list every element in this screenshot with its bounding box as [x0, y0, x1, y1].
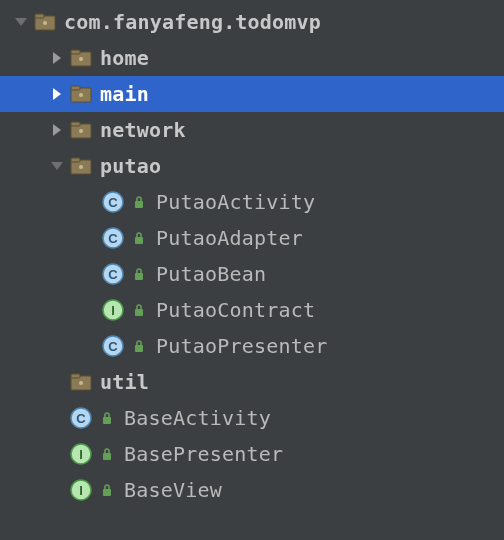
- tree-label: network: [100, 118, 186, 142]
- svg-text:C: C: [76, 411, 86, 426]
- lock-icon: [132, 195, 146, 209]
- lock-icon: [132, 231, 146, 245]
- tree-label: home: [100, 46, 149, 70]
- tree-row-network[interactable]: network: [0, 112, 504, 148]
- tree-label: com.fanyafeng.todomvp: [64, 10, 321, 34]
- svg-text:I: I: [79, 483, 83, 498]
- tree-row-file[interactable]: C PutaoActivity: [0, 184, 504, 220]
- tree-label: PutaoBean: [156, 262, 266, 286]
- tree-row-file[interactable]: I BasePresenter: [0, 436, 504, 472]
- lock-icon: [132, 303, 146, 317]
- tree-row-file[interactable]: C BaseActivity: [0, 400, 504, 436]
- package-icon: [34, 11, 56, 33]
- svg-text:C: C: [108, 339, 118, 354]
- class-icon: C: [102, 263, 124, 285]
- project-tree[interactable]: com.fanyafeng.todomvp home main network: [0, 0, 504, 508]
- lock-icon: [132, 339, 146, 353]
- tree-row-file[interactable]: I BaseView: [0, 472, 504, 508]
- tree-label: BaseActivity: [124, 406, 271, 430]
- interface-icon: I: [102, 299, 124, 321]
- tree-row-file[interactable]: C PutaoAdapter: [0, 220, 504, 256]
- tree-label: PutaoPresenter: [156, 334, 327, 358]
- lock-icon: [100, 483, 114, 497]
- tree-label: putao: [100, 154, 161, 178]
- tree-label: PutaoActivity: [156, 190, 315, 214]
- chevron-right-icon[interactable]: [50, 123, 64, 137]
- tree-row-main[interactable]: main: [0, 76, 504, 112]
- class-icon: C: [102, 227, 124, 249]
- tree-label: PutaoContract: [156, 298, 315, 322]
- lock-icon: [100, 447, 114, 461]
- tree-label: PutaoAdapter: [156, 226, 303, 250]
- tree-row-putao[interactable]: putao: [0, 148, 504, 184]
- tree-label: main: [100, 82, 149, 106]
- tree-row-file[interactable]: C PutaoPresenter: [0, 328, 504, 364]
- svg-text:C: C: [108, 231, 118, 246]
- package-icon: [70, 119, 92, 141]
- chevron-right-icon[interactable]: [50, 87, 64, 101]
- chevron-down-icon[interactable]: [50, 159, 64, 173]
- class-icon: C: [102, 191, 124, 213]
- package-icon: [70, 371, 92, 393]
- interface-icon: I: [70, 443, 92, 465]
- class-icon: C: [70, 407, 92, 429]
- svg-text:C: C: [108, 195, 118, 210]
- tree-row-file[interactable]: I PutaoContract: [0, 292, 504, 328]
- chevron-down-icon[interactable]: [14, 15, 28, 29]
- package-icon: [70, 83, 92, 105]
- svg-text:C: C: [108, 267, 118, 282]
- interface-icon: I: [70, 479, 92, 501]
- tree-row-file[interactable]: C PutaoBean: [0, 256, 504, 292]
- class-icon: C: [102, 335, 124, 357]
- tree-label: BasePresenter: [124, 442, 283, 466]
- tree-row-root[interactable]: com.fanyafeng.todomvp: [0, 4, 504, 40]
- svg-text:I: I: [111, 303, 115, 318]
- package-icon: [70, 155, 92, 177]
- tree-label: util: [100, 370, 149, 394]
- chevron-right-icon[interactable]: [50, 51, 64, 65]
- tree-row-util[interactable]: util: [0, 364, 504, 400]
- lock-icon: [132, 267, 146, 281]
- tree-row-home[interactable]: home: [0, 40, 504, 76]
- lock-icon: [100, 411, 114, 425]
- package-icon: [70, 47, 92, 69]
- svg-text:I: I: [79, 447, 83, 462]
- tree-label: BaseView: [124, 478, 222, 502]
